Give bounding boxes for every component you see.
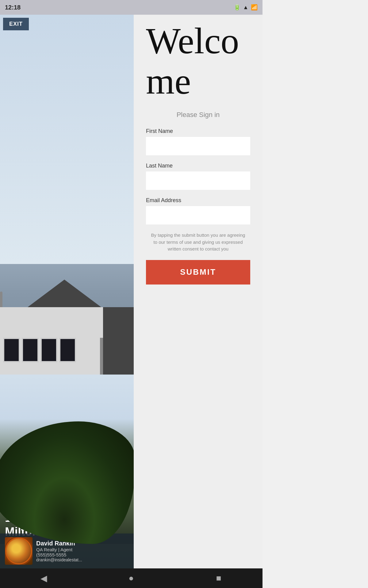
nav-recent-button[interactable]: ■	[209, 569, 228, 587]
exit-button[interactable]: EXIT	[3, 18, 29, 30]
last-name-input[interactable]	[146, 172, 250, 190]
signal-icon: 📶	[251, 4, 258, 11]
home-icon: ●	[129, 573, 134, 583]
first-name-group: First Name	[146, 128, 250, 155]
main-layout: EXIT 123 Bronte Rd S Milton David Rankin…	[0, 15, 263, 568]
left-panel: EXIT 123 Bronte Rd S Milton David Rankin…	[0, 15, 134, 568]
agent-company: QA Realty | Agent	[36, 547, 82, 552]
window	[40, 338, 57, 362]
consent-text: By tapping the submit button you are agr…	[146, 232, 250, 253]
first-name-input[interactable]	[146, 137, 250, 155]
window	[22, 338, 39, 362]
sky-background	[0, 15, 134, 264]
email-group: Email Address	[146, 197, 250, 224]
window	[59, 338, 76, 362]
recent-icon: ■	[216, 573, 221, 583]
sign-in-label: Please Sign in	[177, 111, 220, 119]
house	[0, 307, 134, 375]
agent-phone: (555)555-5555	[36, 552, 82, 557]
roof	[28, 280, 101, 307]
battery-icon: 🔋	[234, 4, 240, 11]
wifi-icon: ▲	[243, 4, 248, 11]
bottom-nav: ◀ ● ■	[0, 568, 263, 588]
window-row	[3, 338, 76, 362]
email-label: Email Address	[146, 197, 250, 204]
back-icon: ◀	[40, 573, 47, 583]
last-name-group: Last Name	[146, 163, 250, 190]
email-input[interactable]	[146, 206, 250, 224]
right-panel: Welco me Please Sign in First Name Last …	[134, 15, 263, 568]
trees	[0, 421, 134, 544]
window	[3, 338, 20, 362]
nav-back-button[interactable]: ◀	[35, 569, 53, 587]
house-body	[0, 307, 134, 375]
welcome-line1: Welco	[146, 21, 239, 61]
status-bar: 12:18 🔋 ▲ 📶	[0, 0, 263, 15]
welcome-line2: me	[146, 61, 191, 102]
welcome-heading: Welco me	[146, 21, 250, 102]
status-time: 12:18	[5, 4, 21, 11]
agent-email: drankin@insidealestat...	[36, 557, 82, 562]
status-icons: 🔋 ▲ 📶	[234, 4, 258, 11]
submit-button[interactable]: SUBMIT	[146, 260, 250, 285]
nav-home-button[interactable]: ●	[122, 569, 140, 587]
dark-wall	[103, 307, 134, 375]
first-name-label: First Name	[146, 128, 250, 134]
last-name-label: Last Name	[146, 163, 250, 169]
agent-avatar	[5, 537, 33, 565]
